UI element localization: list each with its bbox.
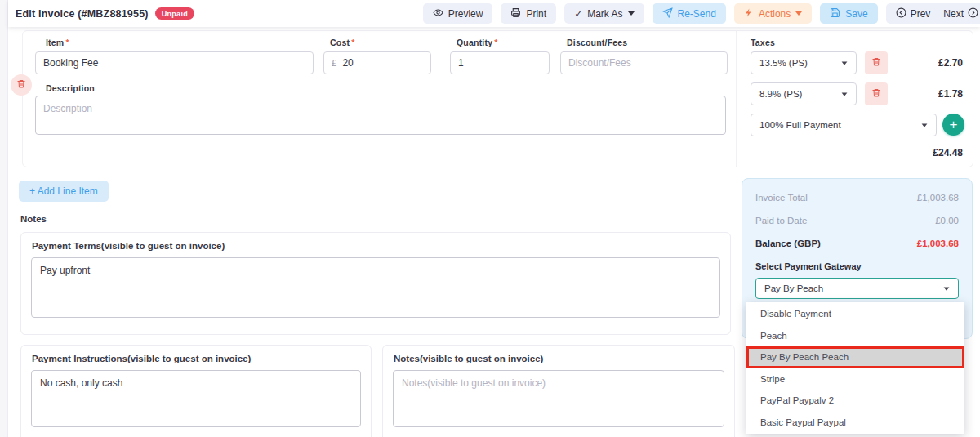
mark-as-label: Mark As — [587, 8, 622, 20]
check-icon: ✓ — [574, 8, 582, 20]
gateway-dropdown-menu: Disable Payment Peach Pay By Peach Peach… — [746, 302, 964, 434]
currency-symbol: £ — [332, 58, 336, 68]
tax-1-value: 13.5% (PS) — [760, 58, 808, 68]
toolbar: Preview Print ✓ Mark As Re-Send Actions — [423, 3, 980, 24]
header: Edit Invoice (#MBZ881955) Unpaid Preview… — [8, 0, 980, 27]
tax-select-1[interactable]: 13.5% (PS) — [751, 51, 857, 74]
preview-label: Preview — [448, 8, 483, 20]
item-input[interactable] — [35, 51, 314, 74]
next-circle-icon — [968, 7, 978, 20]
delete-tax-1-button[interactable] — [865, 51, 888, 74]
menu-item-pay-by-peach-peach[interactable]: Pay By Peach Peach — [746, 346, 964, 368]
trash-icon — [16, 78, 26, 91]
chevron-down-icon — [795, 11, 802, 16]
balance-value: £1,003.68 — [917, 239, 959, 248]
menu-item-stripe[interactable]: Stripe — [746, 368, 964, 390]
gateway-select[interactable]: Pay By Peach — [755, 278, 959, 299]
status-badge: Unpaid — [155, 7, 194, 20]
delete-tax-2-button[interactable] — [865, 82, 888, 105]
tax-select-2[interactable]: 8.9% (PS) — [751, 82, 857, 105]
print-button[interactable]: Print — [501, 3, 556, 24]
guest-notes-label: Notes(visible to guest on invoice) — [394, 354, 543, 363]
cost-input-group: £ — [323, 51, 431, 74]
description-textarea[interactable] — [35, 96, 726, 135]
next-label: Next — [943, 8, 964, 20]
quantity-input[interactable] — [450, 51, 550, 74]
delete-line-item-button[interactable] — [11, 74, 32, 96]
printer-icon — [510, 7, 521, 20]
payment-instructions-textarea[interactable] — [31, 370, 361, 427]
payment-schedule-value: 100% Full Payment — [760, 120, 841, 130]
gateway-selected-value: Pay By Peach — [764, 283, 823, 293]
chevron-down-icon — [944, 287, 950, 290]
item-label: Item* — [46, 38, 69, 47]
save-button[interactable]: Save — [820, 3, 877, 24]
notes-heading: Notes — [20, 214, 47, 224]
menu-item-peach[interactable]: Peach — [746, 325, 964, 347]
line-total: £24.48 — [933, 147, 963, 158]
next-button[interactable]: Next — [943, 7, 978, 20]
lightning-icon — [744, 7, 754, 20]
edit-invoice-page: Edit Invoice (#MBZ881955) Unpaid Preview… — [0, 0, 980, 437]
page-title: Edit Invoice (#MBZ881955) — [16, 8, 149, 20]
prev-label: Prev — [911, 8, 931, 20]
discount-label: Discount/Fees — [567, 38, 627, 47]
payment-terms-textarea[interactable] — [31, 257, 720, 318]
cost-label: Cost* — [330, 38, 354, 47]
line-item-card: Item* Cost* £ Quantity* Discount/Fees De… — [22, 30, 973, 167]
chevron-down-icon — [922, 123, 928, 127]
paid-to-date-value: £0.00 — [935, 216, 959, 225]
invoice-total-label: Invoice Total — [755, 193, 808, 203]
chevron-down-icon — [842, 61, 848, 65]
paid-to-date-label: Paid to Date — [755, 216, 807, 225]
mark-as-button[interactable]: ✓ Mark As — [564, 3, 644, 24]
eye-icon — [433, 7, 443, 20]
plus-icon: + — [950, 118, 958, 132]
send-icon — [662, 7, 673, 20]
add-tax-button[interactable]: + — [942, 114, 964, 136]
tax-1-amount: £2.70 — [938, 57, 963, 69]
menu-item-paypal-paypalv-2[interactable]: PayPal Paypalv 2 — [746, 390, 964, 412]
taxes-label: Taxes — [751, 38, 775, 47]
actions-label: Actions — [759, 8, 791, 20]
balance-label: Balance (GBP) — [755, 239, 821, 248]
quantity-label: Quantity* — [457, 38, 497, 47]
resend-button[interactable]: Re-Send — [653, 3, 726, 24]
cost-input[interactable] — [342, 57, 423, 69]
save-icon — [830, 7, 840, 20]
taxes-section: Taxes 13.5% (PS) £2.70 8.9% (PS) £1.78 1… — [737, 31, 973, 167]
payment-instructions-label: Payment Instructions(visible to guest on… — [32, 354, 251, 363]
notes-card: Notes(visible to guest on invoice) — [382, 345, 735, 437]
payment-schedule-select[interactable]: 100% Full Payment — [751, 114, 937, 136]
chevron-down-icon — [842, 92, 848, 96]
invoice-total-value: £1,003.68 — [917, 193, 959, 203]
gateway-label: Select Payment Gateway — [755, 261, 959, 271]
add-line-item-button[interactable]: + Add Line Item — [19, 181, 109, 202]
payment-terms-label: Payment Terms(visible to guest on invoic… — [32, 241, 225, 251]
payment-instructions-card: Payment Instructions(visible to guest on… — [20, 345, 372, 437]
trash-icon — [871, 56, 881, 69]
save-label: Save — [845, 8, 867, 20]
chevron-down-icon — [628, 11, 635, 16]
menu-item-disable-payment[interactable]: Disable Payment — [746, 303, 964, 325]
resend-label: Re-Send — [678, 8, 716, 20]
menu-item-basic-paypal-paypal[interactable]: Basic Paypal Paypal — [746, 412, 964, 434]
actions-button[interactable]: Actions — [734, 3, 812, 24]
tax-2-value: 8.9% (PS) — [760, 89, 802, 99]
trash-icon — [871, 87, 881, 100]
description-label: Description — [46, 83, 95, 93]
discount-input[interactable] — [560, 51, 728, 74]
payment-terms-card: Payment Terms(visible to guest on invoic… — [20, 232, 731, 335]
guest-notes-textarea[interactable] — [393, 370, 724, 427]
print-label: Print — [526, 8, 546, 20]
pagination-group: Prev Next — [886, 3, 980, 24]
preview-button[interactable]: Preview — [423, 3, 493, 24]
prev-button[interactable]: Prev — [896, 7, 931, 20]
tax-2-amount: £1.78 — [938, 88, 963, 100]
prev-circle-icon — [896, 7, 906, 20]
sidebar-edge — [0, 0, 8, 437]
